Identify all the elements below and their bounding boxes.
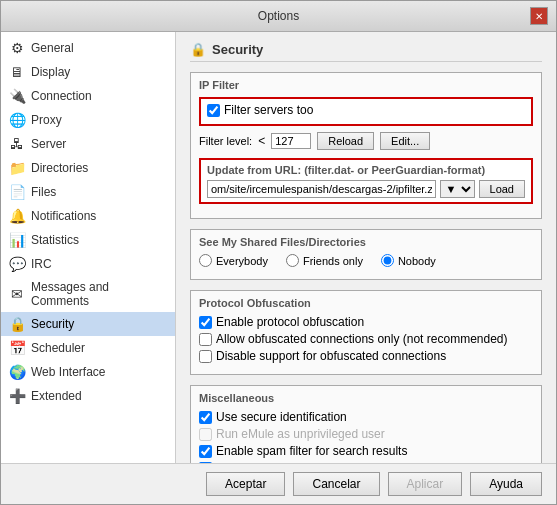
run-emule-row: Run eMule as unprivileged user xyxy=(199,427,533,441)
general-icon: ⚙ xyxy=(9,40,25,56)
radio-everybody-input[interactable] xyxy=(199,254,212,267)
sidebar-label-notifications: Notifications xyxy=(31,209,96,223)
sidebar-item-directories[interactable]: 📁Directories xyxy=(1,156,175,180)
security-icon: 🔒 xyxy=(9,316,25,332)
sidebar-label-files: Files xyxy=(31,185,56,199)
shared-radio-group: Everybody Friends only Nobody xyxy=(199,254,533,267)
sidebar-label-statistics: Statistics xyxy=(31,233,79,247)
cancelar-button[interactable]: Cancelar xyxy=(293,472,379,496)
enable-obfuscation-label: Enable protocol obfuscation xyxy=(216,315,364,329)
sidebar-item-irc[interactable]: 💬IRC xyxy=(1,252,175,276)
directories-icon: 📁 xyxy=(9,160,25,176)
section-title-text: Security xyxy=(212,42,263,57)
filter-level-input[interactable] xyxy=(271,133,311,149)
connection-icon: 🔌 xyxy=(9,88,25,104)
filter-level-lt: < xyxy=(258,134,265,148)
spam-filter-checkbox[interactable] xyxy=(199,445,212,458)
sidebar-label-connection: Connection xyxy=(31,89,92,103)
update-url-label: Update from URL: (filter.dat- or PeerGua… xyxy=(207,164,525,176)
edit-button[interactable]: Edit... xyxy=(380,132,430,150)
sidebar-item-statistics[interactable]: 📊Statistics xyxy=(1,228,175,252)
sidebar-label-messages: Messages and Comments xyxy=(31,280,167,308)
section-icon: 🔒 xyxy=(190,42,206,57)
close-button[interactable]: ✕ xyxy=(530,7,548,25)
filter-servers-label: Filter servers too xyxy=(224,103,313,117)
titlebar: Options ✕ xyxy=(1,1,556,32)
disable-support-row: Disable support for obfuscated connectio… xyxy=(199,349,533,363)
webinterface-icon: 🌍 xyxy=(9,364,25,380)
aplicar-button[interactable]: Aplicar xyxy=(388,472,463,496)
sidebar-item-general[interactable]: ⚙General xyxy=(1,36,175,60)
shared-files-label: See My Shared Files/Directories xyxy=(199,236,533,248)
sidebar-item-connection[interactable]: 🔌Connection xyxy=(1,84,175,108)
run-emule-checkbox[interactable] xyxy=(199,428,212,441)
server-icon: 🖧 xyxy=(9,136,25,152)
sidebar-label-proxy: Proxy xyxy=(31,113,62,127)
dialog-title: Options xyxy=(27,9,530,23)
filter-servers-highlight: Filter servers too xyxy=(199,97,533,126)
sidebar-label-webinterface: Web Interface xyxy=(31,365,105,379)
sidebar-item-webinterface[interactable]: 🌍Web Interface xyxy=(1,360,175,384)
misc-group: Miscellaneous Use secure identification … xyxy=(190,385,542,463)
url-dropdown[interactable]: ▼ xyxy=(440,180,475,198)
reload-button[interactable]: Reload xyxy=(317,132,374,150)
radio-everybody-label: Everybody xyxy=(216,255,268,267)
disable-support-checkbox[interactable] xyxy=(199,350,212,363)
run-emule-label: Run eMule as unprivileged user xyxy=(216,427,385,441)
content-area: ⚙General🖥Display🔌Connection🌐Proxy🖧Server… xyxy=(1,32,556,463)
radio-friends: Friends only xyxy=(286,254,363,267)
sidebar-label-scheduler: Scheduler xyxy=(31,341,85,355)
sidebar-label-directories: Directories xyxy=(31,161,88,175)
filter-level-row: Filter level: < Reload Edit... xyxy=(199,132,533,150)
secure-id-checkbox[interactable] xyxy=(199,411,212,424)
files-icon: 📄 xyxy=(9,184,25,200)
ip-filter-label: IP Filter xyxy=(199,79,533,91)
load-button[interactable]: Load xyxy=(479,180,525,198)
obfuscated-only-label: Allow obfuscated connections only (not r… xyxy=(216,332,508,346)
sidebar-item-messages[interactable]: ✉Messages and Comments xyxy=(1,276,175,312)
ayuda-button[interactable]: Ayuda xyxy=(470,472,542,496)
sidebar-label-general: General xyxy=(31,41,74,55)
radio-nobody-input[interactable] xyxy=(381,254,394,267)
enable-obfuscation-checkbox[interactable] xyxy=(199,316,212,329)
sidebar-item-files[interactable]: 📄Files xyxy=(1,180,175,204)
obfuscated-only-row: Allow obfuscated connections only (not r… xyxy=(199,332,533,346)
url-row: ▼ Load xyxy=(207,180,525,198)
spam-filter-row: Enable spam filter for search results xyxy=(199,444,533,458)
secure-id-row: Use secure identification xyxy=(199,410,533,424)
display-icon: 🖥 xyxy=(9,64,25,80)
shared-files-group: See My Shared Files/Directories Everybod… xyxy=(190,229,542,280)
ip-filter-group: IP Filter Filter servers too Filter leve… xyxy=(190,72,542,219)
aceptar-button[interactable]: Aceptar xyxy=(206,472,285,496)
filter-servers-row: Filter servers too xyxy=(207,103,525,117)
secure-id-label: Use secure identification xyxy=(216,410,347,424)
statistics-icon: 📊 xyxy=(9,232,25,248)
sidebar-label-irc: IRC xyxy=(31,257,52,271)
radio-friends-label: Friends only xyxy=(303,255,363,267)
sidebar-item-extended[interactable]: ➕Extended xyxy=(1,384,175,408)
dialog: Options ✕ ⚙General🖥Display🔌Connection🌐Pr… xyxy=(0,0,557,505)
disable-support-label: Disable support for obfuscated connectio… xyxy=(216,349,446,363)
sidebar-item-scheduler[interactable]: 📅Scheduler xyxy=(1,336,175,360)
sidebar-item-server[interactable]: 🖧Server xyxy=(1,132,175,156)
filter-level-label: Filter level: xyxy=(199,135,252,147)
sidebar-label-server: Server xyxy=(31,137,66,151)
sidebar-item-security[interactable]: 🔒Security xyxy=(1,312,175,336)
update-url-highlight: Update from URL: (filter.dat- or PeerGua… xyxy=(199,158,533,204)
sidebar-item-display[interactable]: 🖥Display xyxy=(1,60,175,84)
sidebar-item-proxy[interactable]: 🌐Proxy xyxy=(1,108,175,132)
radio-friends-input[interactable] xyxy=(286,254,299,267)
radio-nobody-label: Nobody xyxy=(398,255,436,267)
url-input[interactable] xyxy=(207,180,436,198)
main-panel: 🔒 Security IP Filter Filter servers too … xyxy=(176,32,556,463)
sidebar-label-display: Display xyxy=(31,65,70,79)
messages-icon: ✉ xyxy=(9,286,25,302)
obfuscation-group: Protocol Obfuscation Enable protocol obf… xyxy=(190,290,542,375)
sidebar-item-notifications[interactable]: 🔔Notifications xyxy=(1,204,175,228)
sidebar-label-security: Security xyxy=(31,317,74,331)
irc-icon: 💬 xyxy=(9,256,25,272)
radio-everybody: Everybody xyxy=(199,254,268,267)
obfuscated-only-checkbox[interactable] xyxy=(199,333,212,346)
filter-servers-checkbox[interactable] xyxy=(207,104,220,117)
radio-nobody: Nobody xyxy=(381,254,436,267)
